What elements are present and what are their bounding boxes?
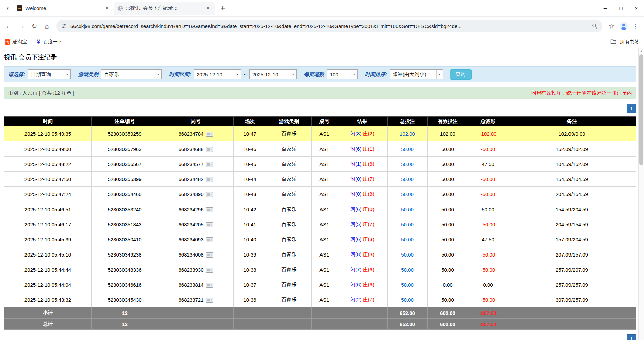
cell-game-type: 百家乐 — [266, 172, 312, 187]
back-button[interactable]: ← — [3, 20, 15, 32]
minimize-button[interactable]: ─ — [598, 0, 613, 17]
zoom-icon[interactable] — [592, 23, 598, 29]
summary-row: 小计12652.00602.00-307.00 — [4, 307, 636, 319]
cell-bet-id: 523030359259 — [92, 126, 158, 141]
cell-bet-id: 523030357963 — [92, 141, 158, 157]
site-settings-icon[interactable] — [61, 23, 67, 29]
date-start-select[interactable]: 2025-12-10 ▼ — [194, 69, 241, 79]
menu-icon[interactable]: ⋮ — [629, 20, 641, 32]
cell-bet-id: 523030349238 — [92, 247, 158, 262]
cell-session: 10-45 — [234, 157, 266, 172]
page-1-button[interactable]: 1 — [627, 334, 636, 340]
cell-session: 10-47 — [234, 126, 266, 141]
result-player: 闲(7) — [350, 267, 361, 272]
round-replay-icon[interactable] — [206, 162, 213, 167]
tab-close-icon[interactable]: × — [205, 5, 211, 12]
round-replay-icon[interactable] — [206, 147, 213, 152]
result-player: 闲(6) — [350, 236, 361, 242]
all-bookmarks[interactable]: 所有书签 — [607, 39, 639, 45]
cell-session: 10-40 — [234, 232, 266, 247]
cell-total-bet[interactable]: 50.00 — [388, 277, 428, 292]
cell-note: 204.59/154.59 — [508, 187, 636, 202]
cell-payout: -50.00 — [468, 187, 508, 202]
summary-payout: -307.00 — [468, 307, 508, 319]
filter-bar: 请选择: 日期查询 ▼ 游戏类别 百家乐 ▼ 时间区间: 2025-12-10 … — [4, 66, 636, 82]
cell-note: 154.59/104.59 — [508, 172, 636, 187]
round-replay-icon[interactable] — [206, 207, 213, 212]
round-replay-icon[interactable] — [206, 237, 213, 242]
url-text[interactable]: 66cxkj98.com/game/betrecord_search/kind3… — [70, 23, 588, 29]
round-replay-icon[interactable] — [206, 192, 213, 197]
round-replay-icon[interactable] — [206, 132, 213, 137]
scroll-up-arrow-icon[interactable]: ▲ — [639, 48, 644, 54]
cell-total-bet[interactable]: 50.00 — [388, 247, 428, 262]
sort-order-select[interactable]: 降幂(由大到小) ▼ — [390, 69, 443, 79]
result-banker: 庄(3) — [363, 251, 374, 257]
cell-note: 152.09/102.09 — [508, 141, 636, 157]
bookmark-aitaobao[interactable]: 淘 爱淘宝 — [5, 39, 27, 45]
col-header-result: 结果 — [337, 117, 388, 126]
welcome-tab-favicon-icon — [17, 5, 22, 11]
maximize-button[interactable]: □ — [613, 0, 629, 17]
cell-total-bet[interactable]: 50.00 — [388, 262, 428, 277]
cell-valid-bet: 0.00 — [428, 277, 468, 292]
cell-valid-bet: 50.00 — [428, 172, 468, 187]
cell-total-bet[interactable]: 102.00 — [388, 126, 428, 141]
scrollbar[interactable]: ▲ — [638, 48, 644, 340]
forward-button[interactable]: → — [15, 20, 28, 32]
round-replay-icon[interactable] — [206, 283, 213, 288]
cell-bet-id: 523030346616 — [92, 277, 158, 292]
round-replay-icon[interactable] — [206, 222, 213, 227]
result-banker: 庄(7) — [363, 297, 374, 302]
table-row: 2025-12-10 05:47:50523030355399668234482… — [4, 172, 636, 187]
cell-round-id: 668234688 — [158, 141, 234, 157]
cell-total-bet[interactable]: 50.00 — [388, 292, 428, 307]
tab-close-icon[interactable]: × — [104, 5, 110, 12]
table-row: 2025-12-10 05:44:44523030348336668233930… — [4, 262, 636, 277]
round-replay-icon[interactable] — [206, 298, 213, 303]
tab-welcome[interactable]: Welcome × — [13, 2, 114, 15]
summary-row: 总计12652.00602.00-307.00 — [4, 319, 636, 330]
cell-round-id: 668234093 — [158, 232, 234, 247]
scrollbar-thumb[interactable] — [639, 54, 643, 165]
cell-total-bet[interactable]: 50.00 — [388, 217, 428, 232]
cell-payout: -50.00 — [468, 247, 508, 262]
tab-betrecord[interactable]: :::视讯, 会员下注纪录::: × — [114, 2, 215, 15]
per-page-select[interactable]: 100 ▼ — [327, 69, 358, 79]
cell-total-bet[interactable]: 50.00 — [388, 172, 428, 187]
cell-total-bet[interactable]: 50.00 — [388, 232, 428, 247]
cell-table-no: AS1 — [312, 217, 337, 232]
cell-total-bet[interactable]: 50.00 — [388, 141, 428, 157]
chevron-down-icon: ▼ — [155, 70, 161, 79]
tab-search-chevron-icon[interactable]: ▼ — [2, 3, 13, 14]
table-row: 2025-12-10 05:48:22523030356567668234577… — [4, 157, 636, 172]
col-header-valid-bet: 有效投注 — [428, 117, 468, 126]
window-close-button[interactable]: × — [629, 0, 644, 17]
search-button[interactable]: 查询 — [450, 69, 472, 80]
cell-total-bet[interactable]: 50.00 — [388, 202, 428, 217]
bookmark-baidu[interactable]: 百度一下 — [36, 39, 63, 45]
page-title: 视讯 会员下注纪录 — [4, 53, 636, 62]
cell-result: 闲(8) 庄(3) — [337, 247, 388, 262]
game-type-select[interactable]: 百家乐 ▼ — [101, 69, 162, 79]
cell-bet-id: 523030345430 — [92, 292, 158, 307]
round-replay-icon[interactable] — [206, 177, 213, 182]
new-tab-button[interactable]: + — [217, 3, 228, 14]
round-replay-icon[interactable] — [206, 252, 213, 258]
profile-avatar[interactable] — [618, 21, 629, 31]
result-banker: 庄(1) — [363, 146, 374, 152]
round-replay-icon[interactable] — [206, 268, 213, 273]
cell-total-bet[interactable]: 50.00 — [388, 157, 428, 172]
date-end-select[interactable]: 2025-12-10 ▼ — [249, 69, 297, 79]
cell-round-id: 668233814 — [158, 277, 234, 292]
refresh-button[interactable]: ↻ — [28, 20, 40, 32]
address-bar[interactable]: 66cxkj98.com/game/betrecord_search/kind3… — [56, 20, 602, 32]
bookmark-star-icon[interactable]: ☆ — [606, 20, 618, 32]
cell-game-type: 百家乐 — [266, 232, 312, 247]
cell-bet-id: 523030355399 — [92, 172, 158, 187]
summary-total-bet: 652.00 — [388, 307, 428, 319]
home-button[interactable]: ⌂ — [41, 20, 53, 32]
page-1-button[interactable]: 1 — [627, 104, 636, 113]
cell-total-bet[interactable]: 50.00 — [388, 187, 428, 202]
query-type-select[interactable]: 日期查询 ▼ — [28, 69, 71, 79]
